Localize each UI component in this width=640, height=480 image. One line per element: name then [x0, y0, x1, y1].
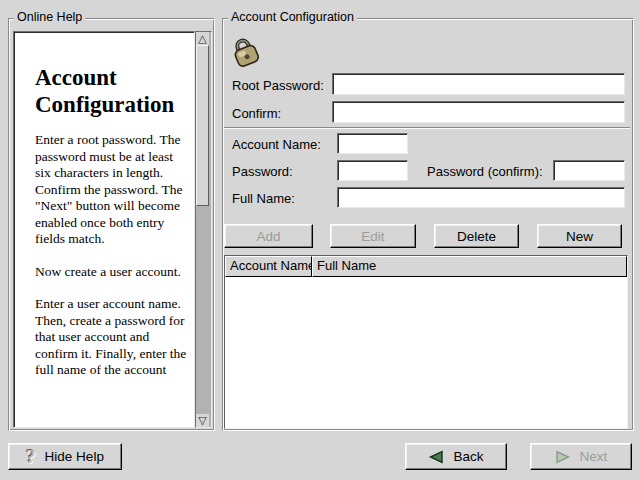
password-confirm-input[interactable] — [553, 160, 625, 181]
help-paragraph: Enter a user account name. Then, create … — [35, 296, 189, 379]
column-header-full-name[interactable]: Full Name — [312, 256, 627, 277]
add-button[interactable]: Add — [224, 224, 313, 248]
next-button[interactable]: Next — [530, 443, 632, 470]
help-scrollbar[interactable]: △ ▽ — [195, 31, 212, 428]
padlock-icon — [227, 32, 265, 70]
back-button-label: Back — [453, 449, 483, 464]
password-input[interactable] — [337, 160, 408, 181]
scroll-down-button[interactable]: ▽ — [196, 414, 209, 427]
new-button-label: New — [566, 229, 593, 244]
edit-button[interactable]: Edit — [330, 224, 416, 248]
scrollbar-thumb[interactable] — [196, 45, 209, 206]
accounts-table-header: Account Name Full Name — [225, 256, 627, 277]
full-name-label: Full Name: — [232, 191, 295, 206]
online-help-frame: Online Help Account Configuration Enter … — [8, 18, 215, 431]
help-viewport: Account Configuration Enter a root passw… — [13, 31, 195, 428]
next-arrow-icon — [555, 450, 571, 464]
full-name-input[interactable] — [337, 187, 625, 208]
password-label: Password: — [232, 164, 293, 179]
column-header-account-name[interactable]: Account Name — [225, 256, 312, 277]
back-arrow-icon — [428, 450, 444, 464]
accounts-table: Account Name Full Name — [224, 255, 628, 429]
add-button-label: Add — [256, 229, 280, 244]
scroll-down-icon: ▽ — [198, 415, 206, 426]
scroll-up-icon: △ — [198, 33, 206, 44]
scroll-up-button[interactable]: △ — [196, 32, 209, 45]
online-help-frame-label: Online Help — [14, 10, 85, 25]
back-button[interactable]: Back — [405, 443, 507, 470]
root-password-input[interactable] — [332, 73, 625, 95]
help-icon: ? — [26, 447, 36, 466]
account-name-input[interactable] — [337, 133, 408, 154]
account-name-label: Account Name: — [232, 137, 321, 152]
delete-button-label: Delete — [457, 229, 496, 244]
hide-help-button[interactable]: ? Hide Help — [8, 443, 122, 470]
edit-button-label: Edit — [361, 229, 384, 244]
help-paragraph: Now create a user account. — [35, 264, 189, 281]
next-button-label: Next — [580, 449, 608, 464]
installer-window: { "colors": { "background": "#d6d6d6", "… — [0, 0, 640, 480]
confirm-label: Confirm: — [232, 106, 281, 121]
help-paragraph: Enter a root password. The password must… — [35, 132, 189, 248]
password-confirm-label: Password (confirm): — [427, 164, 543, 179]
delete-button[interactable]: Delete — [434, 224, 519, 248]
confirm-password-input[interactable] — [332, 101, 625, 123]
new-button[interactable]: New — [537, 224, 622, 248]
section-separator — [224, 127, 630, 129]
help-content: Account Configuration Enter a root passw… — [35, 64, 189, 395]
hide-help-label: Hide Help — [45, 449, 104, 464]
root-password-label: Root Password: — [232, 78, 324, 93]
account-configuration-frame-label: Account Configuration — [228, 10, 357, 25]
help-title: Account Configuration — [35, 64, 189, 118]
